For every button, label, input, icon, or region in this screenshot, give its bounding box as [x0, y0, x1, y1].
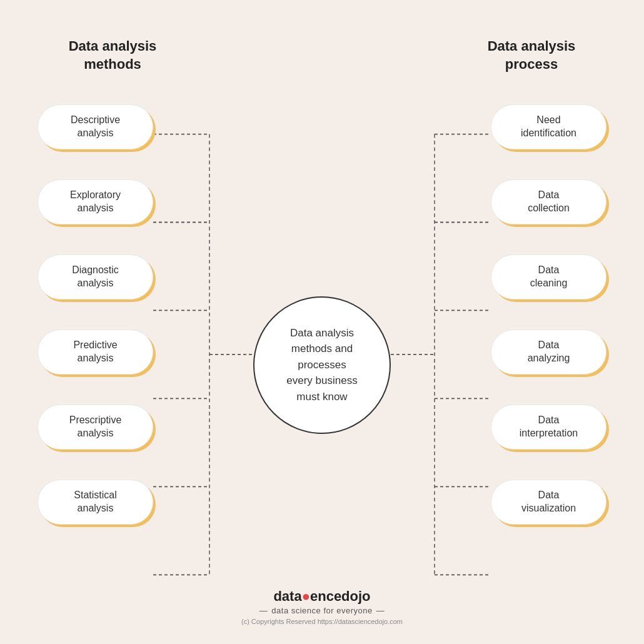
- pill-statistical: Statisticalanalysis: [38, 480, 153, 525]
- footer: data●encedojo data science for everyone …: [241, 588, 403, 625]
- pill-data-interpretation: Datainterpretation: [491, 405, 606, 450]
- logo-pre: data: [273, 588, 301, 604]
- pill-data-visualization: Datavisualization: [491, 480, 606, 525]
- logo-sci: ●: [302, 588, 310, 604]
- logo-post: encedojo: [310, 588, 371, 604]
- page-wrapper: Data analysis methods Data analysis proc…: [0, 0, 644, 644]
- pill-data-analyzing: Dataanalyzing: [491, 330, 606, 375]
- pill-diagnostic: Diagnosticanalysis: [38, 254, 153, 299]
- pill-need-identification: Needidentification: [491, 104, 606, 149]
- section-headers: Data analysis methods Data analysis proc…: [0, 0, 644, 73]
- footer-tagline: data science for everyone: [241, 606, 403, 615]
- pill-predictive: Predictiveanalysis: [38, 330, 153, 375]
- footer-logo: data●encedojo: [241, 588, 403, 605]
- left-section-title: Data analysis methods: [50, 38, 175, 73]
- pill-data-cleaning: Datacleaning: [491, 254, 606, 299]
- pill-prescriptive: Prescriptiveanalysis: [38, 405, 153, 450]
- pill-data-collection: Datacollection: [491, 179, 606, 224]
- footer-copyright: (c) Copyrights Reserved https://datascie…: [241, 618, 403, 625]
- diagram-area: Descriptiveanalysis Exploratoryanalysis …: [0, 86, 644, 644]
- right-section-title: Data analysis process: [469, 38, 594, 73]
- pill-descriptive: Descriptiveanalysis: [38, 104, 153, 149]
- pill-exploratory: Exploratoryanalysis: [38, 179, 153, 224]
- center-circle: Data analysismethods andprocessesevery b…: [253, 296, 391, 434]
